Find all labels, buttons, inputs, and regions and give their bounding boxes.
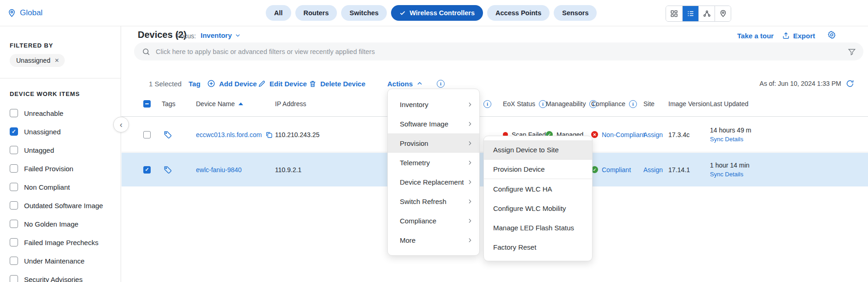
hidden-column-info-icon-wrap: i <box>483 91 491 117</box>
chevron-up-icon <box>416 80 423 87</box>
image-version-cell: 17.3.4c <box>668 117 690 152</box>
chevron-right-icon <box>467 160 473 166</box>
work-item-failed-provision[interactable]: Failed Provision <box>10 159 111 178</box>
checkbox[interactable] <box>10 164 18 173</box>
filtered-by-heading: FILTERED BY <box>10 42 53 49</box>
submenu-item-configure-wlc-ha[interactable]: Configure WLC HA <box>484 179 592 198</box>
filter-funnel-icon[interactable] <box>848 48 856 56</box>
add-device-button[interactable]: Add Device <box>207 77 257 90</box>
row-checkbox-wrap: ✓ <box>143 153 151 186</box>
row-checkbox[interactable] <box>143 131 151 138</box>
assign-site-link[interactable]: Assign <box>643 166 663 174</box>
take-a-tour-link[interactable]: Take a tour <box>737 32 774 40</box>
as-of-timestamp: As of: Jun 10, 2024 1:33 PM <box>759 77 854 90</box>
row-checkbox-checked[interactable]: ✓ <box>143 166 151 174</box>
checkbox[interactable] <box>10 257 18 265</box>
filter-pill-access-points[interactable]: Access Points <box>487 5 550 21</box>
global-site-selector[interactable]: Global <box>7 0 43 26</box>
menu-item-switch-refresh[interactable]: Switch Refresh <box>388 192 479 211</box>
focus-dropdown[interactable]: Inventory <box>201 31 241 39</box>
device-name-link[interactable]: ewlc-faniu-9840 <box>196 166 242 174</box>
tag-button[interactable]: Tag <box>189 77 201 90</box>
sidebar-collapse-handle[interactable]: ‹ <box>113 117 129 132</box>
table-settings-gear-icon[interactable] <box>827 30 836 39</box>
menu-item-inventory[interactable]: Inventory <box>388 95 479 114</box>
topology-view-icon <box>703 10 711 18</box>
copy-icon[interactable] <box>265 131 273 138</box>
select-all-checkbox-wrap <box>143 91 151 117</box>
pencil-icon <box>258 80 266 88</box>
info-icon[interactable]: i <box>483 100 491 108</box>
menu-item-more[interactable]: More <box>388 230 479 250</box>
last-updated-cell: 1 hour 14 min Sync Details <box>710 153 750 186</box>
map-view-button[interactable] <box>715 6 731 21</box>
list-view-button[interactable] <box>682 6 698 21</box>
menu-item-device-replacement[interactable]: Device Replacement <box>388 172 479 192</box>
search-icon <box>142 48 150 56</box>
compliance-link[interactable]: Non-Compliant <box>602 131 645 138</box>
submenu-item-configure-wlc-mobility[interactable]: Configure WLC Mobility <box>484 198 592 218</box>
remove-chip-icon[interactable]: ✕ <box>55 57 59 64</box>
work-item-failed-image-prechecks[interactable]: Failed Image Prechecks <box>10 233 111 252</box>
submenu-item-assign-device-to-site[interactable]: Assign Device to Site <box>484 140 592 160</box>
compliance-link[interactable]: Compliant <box>602 166 631 174</box>
export-button[interactable]: Export <box>782 32 815 40</box>
filter-pill-switches[interactable]: Switches <box>341 5 387 21</box>
grid-view-button[interactable] <box>666 6 682 21</box>
filter-pill-wireless-controllers[interactable]: Wireless Controllers <box>391 5 483 21</box>
filter-pill-sensors[interactable]: Sensors <box>554 5 597 21</box>
checkbox[interactable] <box>10 238 18 246</box>
submenu-item-manage-led-flash-status[interactable]: Manage LED Flash Status <box>484 218 592 237</box>
menu-item-telemetry[interactable]: Telemetry <box>388 153 479 172</box>
checkbox[interactable] <box>10 275 18 282</box>
checkbox[interactable] <box>10 109 18 117</box>
work-item-no-golden-image[interactable]: No Golden Image <box>10 215 111 233</box>
work-item-security-advisories[interactable]: Security Advisories <box>10 270 111 282</box>
sync-details-link[interactable]: Sync Details <box>710 171 743 178</box>
chevron-right-icon <box>467 179 473 185</box>
checkbox[interactable] <box>10 220 18 228</box>
unassigned-filter-chip[interactable]: Unassigned ✕ <box>10 54 65 67</box>
top-bar: Global All Routers Switches Wireless Con… <box>0 0 868 26</box>
column-header-ip-address: IP Address <box>275 91 306 117</box>
submenu-item-provision-device[interactable]: Provision Device <box>484 160 592 179</box>
select-all-checkbox[interactable] <box>143 100 151 108</box>
work-item-non-compliant[interactable]: Non Compliant <box>10 178 111 196</box>
tag-icon[interactable] <box>164 153 172 186</box>
info-icon[interactable]: i <box>437 80 445 88</box>
work-item-unreachable[interactable]: Unreachable <box>10 104 111 122</box>
delete-device-button[interactable]: Delete Device <box>309 77 366 90</box>
filter-pill-routers[interactable]: Routers <box>295 5 337 21</box>
info-icon[interactable]: i <box>629 100 637 108</box>
work-item-untagged[interactable]: Untagged <box>10 141 111 159</box>
work-item-under-maintenance[interactable]: Under Maintenance <box>10 252 111 270</box>
checkbox[interactable] <box>10 146 18 154</box>
column-header-device-name[interactable]: Device Name <box>196 91 243 117</box>
device-name-link[interactable]: eccwc013.nls.ford.com <box>196 131 262 138</box>
menu-item-provision[interactable]: Provision <box>388 133 479 153</box>
work-item-outdated-software-image[interactable]: Outdated Software Image <box>10 196 111 215</box>
topology-view-button[interactable] <box>698 6 715 21</box>
column-header-manageability: Manageability i <box>546 91 597 117</box>
tag-icon[interactable] <box>164 117 172 152</box>
sync-details-link[interactable]: Sync Details <box>710 136 743 143</box>
assign-site-link[interactable]: Assign <box>643 131 663 138</box>
image-version-cell: 17.14.1 <box>668 153 690 186</box>
edit-device-button[interactable]: Edit Device <box>258 77 307 90</box>
filter-search-bar[interactable]: Click here to apply basic or advanced fi… <box>134 42 863 60</box>
checkbox[interactable] <box>10 201 18 210</box>
device-name-cell: eccwc013.nls.ford.com <box>196 117 273 152</box>
checkbox-checked[interactable]: ✓ <box>10 127 18 136</box>
menu-item-software-image[interactable]: Software Image <box>388 114 479 133</box>
refresh-icon[interactable] <box>846 79 854 88</box>
checkbox[interactable] <box>10 183 18 191</box>
filter-pill-all[interactable]: All <box>266 5 291 21</box>
column-header-last-updated: Last Updated <box>710 91 748 117</box>
submenu-item-factory-reset[interactable]: Factory Reset <box>484 237 592 257</box>
compliance-cell: ✓ Compliant <box>591 153 631 186</box>
location-pin-icon <box>7 9 16 18</box>
sort-ascending-icon[interactable] <box>238 102 243 105</box>
location-label: Global <box>20 8 43 18</box>
work-item-unassigned[interactable]: ✓Unassigned <box>10 122 111 141</box>
menu-item-compliance[interactable]: Compliance <box>388 211 479 230</box>
